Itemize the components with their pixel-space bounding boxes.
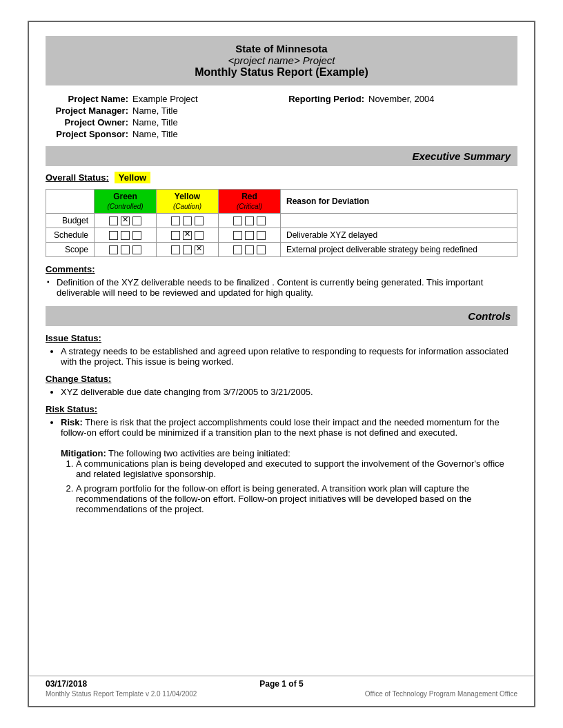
table-header-empty: [46, 190, 95, 214]
project-sponsor-label: Project Sponsor:: [46, 129, 128, 139]
comments-section: Comments: Definition of the XYZ delivera…: [46, 264, 517, 298]
footer-date: 03/17/2018: [46, 679, 87, 689]
table-header-yellow: Yellow (Caution): [157, 190, 219, 214]
change-list: XYZ deliverable due date changing from 3…: [46, 387, 517, 397]
table-cell-reason: [281, 214, 517, 228]
overall-status-value: Yellow: [115, 172, 150, 183]
page-footer: 03/17/2018 Page 1 of 5 Monthly Status Re…: [29, 676, 534, 698]
project-owner-label: Project Owner:: [46, 117, 128, 128]
table-cell-red: [219, 214, 281, 228]
issue-list: A strategy needs to be established and a…: [46, 346, 517, 367]
reporting-period-label: Reporting Period:: [282, 94, 364, 104]
risk-item: Risk: There is risk that the project acc…: [61, 417, 517, 514]
project-owner-value: Name, Title: [132, 117, 178, 128]
footer-template: Monthly Status Report Template v 2.0 11/…: [46, 690, 197, 698]
footer-office: Office of Technology Program Management …: [365, 690, 517, 698]
issue-item: A strategy needs to be established and a…: [61, 346, 517, 367]
table-cell-green: [95, 243, 157, 257]
mitigation-item: A program portfolio for the follow-on ef…: [76, 483, 517, 514]
table-row-label: Budget: [46, 214, 95, 228]
table-header-green: Green (Controlled): [95, 190, 157, 214]
comments-label: Comments:: [46, 264, 517, 274]
table-cell-yellow: [157, 214, 219, 228]
project-name-label: Project Name:: [46, 94, 128, 104]
table-cell-red: [219, 243, 281, 257]
table-cell-yellow: [157, 228, 219, 243]
overall-status-row: Overall Status: Yellow: [46, 172, 517, 183]
project-manager-value: Name, Title: [132, 105, 178, 116]
header-line2: <project name> Project: [51, 54, 512, 66]
table-header-reason: Reason for Deviation: [281, 190, 517, 214]
risk-status-label: Risk Status:: [46, 404, 517, 414]
controls-header: Controls: [46, 306, 517, 326]
project-manager-label: Project Manager:: [46, 105, 128, 116]
risk-list: Risk: There is risk that the project acc…: [46, 417, 517, 514]
comments-list: Definition of the XYZ deliverable needs …: [46, 277, 517, 298]
issue-status-label: Issue Status:: [46, 333, 517, 343]
table-cell-yellow: [157, 243, 219, 257]
project-name-value: Example Project: [132, 94, 198, 104]
comment-item: Definition of the XYZ deliverable needs …: [57, 277, 517, 298]
project-sponsor-value: Name, Title: [132, 129, 178, 139]
footer-page: Page 1 of 5: [259, 679, 303, 689]
table-row-label: Schedule: [46, 228, 95, 243]
table-cell-reason: Deliverable XYZ delayed: [281, 228, 517, 243]
table-row-label: Scope: [46, 243, 95, 257]
report-header: State of Minnesota <project name> Projec…: [46, 36, 517, 85]
change-item: XYZ deliverable due date changing from 3…: [61, 387, 517, 397]
header-line1: State of Minnesota: [51, 43, 512, 54]
table-header-red: Red (Critical): [219, 190, 281, 214]
project-info: Project Name: Example Project Project Ma…: [46, 94, 517, 141]
table-cell-red: [219, 228, 281, 243]
change-status-label: Change Status:: [46, 374, 517, 384]
header-line3: Monthly Status Report (Example): [51, 66, 512, 79]
status-table: Green (Controlled) Yellow (Caution) Red …: [46, 189, 517, 257]
controls-section: Issue Status: A strategy needs to be est…: [46, 333, 517, 514]
table-cell-reason: External project deliverable strategy be…: [281, 243, 517, 257]
mitigation-item: A communications plan is being developed…: [76, 458, 517, 479]
executive-summary-header: Executive Summary: [46, 146, 517, 166]
reporting-period-value: November, 2004: [368, 94, 434, 104]
overall-status-label: Overall Status:: [46, 172, 109, 183]
table-cell-green: [95, 228, 157, 243]
table-cell-green: [95, 214, 157, 228]
